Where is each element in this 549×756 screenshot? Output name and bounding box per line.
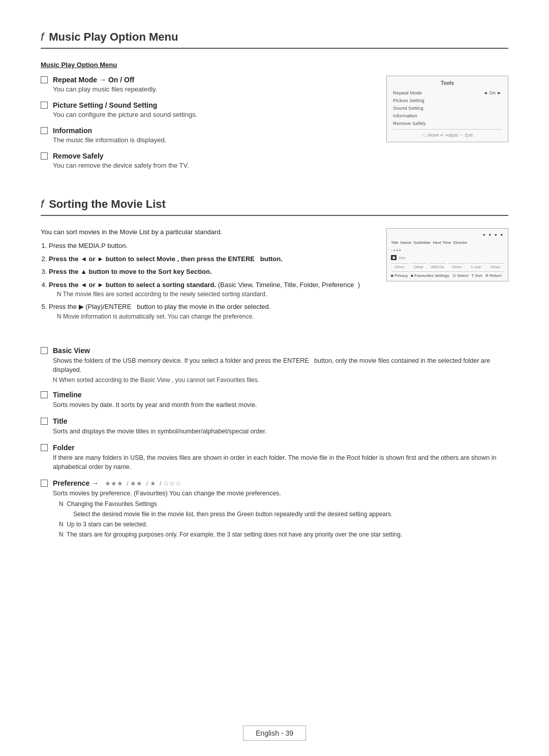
mp-btn-fav: ■ Favourites Settings xyxy=(411,273,449,278)
checkbox-folder xyxy=(41,444,48,451)
checkbox-remove xyxy=(41,152,48,160)
mp-col-subfolder: Subfolder xyxy=(413,240,431,245)
timeline-title: Timeline xyxy=(53,391,257,399)
bullet-timeline: Timeline Sorts movies by date. It sorts … xyxy=(41,391,508,410)
step-2: Press the ◄ or ► button to select Movie … xyxy=(49,254,371,264)
mp-grid: Other Other ABCDe Other 1-star Other xyxy=(391,263,504,269)
information-title: Information xyxy=(53,127,166,135)
repeat-mode-desc: You can play music files repeatedly. xyxy=(53,85,157,93)
information-desc: The music file information is displayed. xyxy=(53,136,166,144)
preference-content: Preference → ★★★ / ★★ / ★ / ☆☆☆ Sorts mo… xyxy=(53,479,402,539)
information-content: Information The music file information i… xyxy=(53,127,166,144)
panel-row-repeat: Repeat Mode ◄ On ► xyxy=(393,89,502,97)
bullet-repeat-mode: Repeat Mode → On / Off You can play musi… xyxy=(41,76,371,93)
panel-label-sound: Sound Setting xyxy=(393,105,423,111)
bullet-information: Information The music file information i… xyxy=(41,127,371,144)
mp-grid-abcde: ABCDe xyxy=(429,263,446,269)
section2-italic-f: f xyxy=(41,198,44,211)
pref-note-1-sub: Select the desired movie file in the mov… xyxy=(73,510,402,519)
section2-title: Sorting the Movie List xyxy=(49,198,166,211)
mp-btn-sort: T Sort xyxy=(471,273,482,278)
basic-view-note: When sorted according to the Basic View … xyxy=(53,376,508,384)
step-1: Press the MEDIA.P button. xyxy=(49,241,371,251)
preference-title: Preference → ★★★ / ★★ / ★ / ☆☆☆ xyxy=(53,479,402,487)
title-sort-desc: Sorts and displays the movie titles in s… xyxy=(53,427,266,436)
panel-label-picture: Picture Setting xyxy=(393,98,424,103)
basic-view-desc: Shows the folders of the USB memory devi… xyxy=(53,356,508,375)
checkbox-timeline xyxy=(41,391,48,398)
mp-grid-other2: Other xyxy=(410,263,428,269)
section1-right: Tools Repeat Mode ◄ On ► Picture Setting… xyxy=(386,76,508,177)
mp-bottom: ■ Privacy ■ Favourites Settings ⊙ Select… xyxy=(391,271,504,278)
tools-panel: Tools Repeat Mode ◄ On ► Picture Setting… xyxy=(386,76,508,142)
pref-note-2: N Up to 3 stars can be selected. xyxy=(59,520,402,529)
section1-heading: f Music Play Option Menu xyxy=(41,30,508,49)
section2-right: • • • • Title Name Subfolder Next Time D… xyxy=(386,228,508,331)
section2: f Sorting the Movie List You can sort mo… xyxy=(41,198,508,539)
checkbox-info xyxy=(41,127,48,134)
panel-row-info: Information xyxy=(393,112,502,119)
mp-col-name: Name xyxy=(401,240,411,245)
step4-note: The movie files are sorted according to … xyxy=(57,290,371,299)
remove-safely-content: Remove Safely You can remove the device … xyxy=(53,152,189,169)
sort-steps: Press the MEDIA.P button. Press the ◄ or… xyxy=(49,241,371,321)
step-4: Press the ◄ or ► button to select a sort… xyxy=(49,280,371,299)
picture-setting-content: Picture Setting / Sound Setting You can … xyxy=(53,101,197,118)
mp-row2: ■ info xyxy=(391,254,504,261)
movie-panel: • • • • Title Name Subfolder Next Time D… xyxy=(386,228,508,281)
section2-left: You can sort movies in the Movie List by… xyxy=(41,228,371,331)
mp-selected-item: ■ xyxy=(391,255,396,260)
panel-value-repeat: ◄ On ► xyxy=(483,90,502,96)
mp-grid-1star: 1-star xyxy=(468,263,485,269)
bullet-picture-setting: Picture Setting / Sound Setting You can … xyxy=(41,101,371,118)
section1-italic-f: f xyxy=(41,30,44,44)
mp-topbar: • • • • xyxy=(391,232,504,239)
bullet-title: Title Sorts and displays the movie title… xyxy=(41,417,508,436)
section2-content: You can sort movies in the Movie List by… xyxy=(41,228,508,331)
section1-left: Repeat Mode → On / Off You can play musi… xyxy=(41,76,371,177)
folder-title: Folder xyxy=(53,444,508,452)
remove-safely-desc: You can remove the device safely from th… xyxy=(53,162,189,169)
mp-btn-return: R Return xyxy=(485,273,502,278)
pref-stars: ★★★ / ★★ / ★ / ☆☆☆ xyxy=(103,480,181,487)
mp-grid-other1: Other xyxy=(391,263,408,269)
section1-title: Music Play Option Menu xyxy=(49,30,178,44)
panel-row-remove: Remove Safely xyxy=(393,119,502,127)
sort-intro: You can sort movies in the Movie List by… xyxy=(41,228,371,236)
title-sort-content: Title Sorts and displays the movie title… xyxy=(53,417,266,436)
mp-grid-other4: Other xyxy=(486,263,504,269)
picture-setting-desc: You can configure the picture and sound … xyxy=(53,111,197,118)
pref-note-1: N Changing the Favourites Settings xyxy=(59,499,402,509)
step5-note: Movie information is automatically set. … xyxy=(57,312,371,321)
mp-col-director: Director xyxy=(453,240,467,245)
mp-cols: Title Name Subfolder Next Time Director xyxy=(391,240,504,245)
section1-sublabel: Music Play Option Menu xyxy=(41,61,508,69)
bullet-remove-safely: Remove Safely You can remove the device … xyxy=(41,152,371,169)
folder-content: Folder If there are many folders in USB,… xyxy=(53,444,508,472)
pref-note-3: N The stars are for grouping purposes on… xyxy=(59,530,402,539)
mp-btn-privacy: ■ Privacy xyxy=(391,273,408,278)
bullet-preference: Preference → ★★★ / ★★ / ★ / ☆☆☆ Sorts mo… xyxy=(41,479,508,539)
mp-col-title: Title xyxy=(391,240,399,245)
panel-label-remove: Remove Safely xyxy=(393,120,425,126)
basic-view-content: Basic View Shows the folders of the USB … xyxy=(53,346,508,384)
pref-label: Preference → xyxy=(53,479,99,487)
panel-label-repeat: Repeat Mode xyxy=(393,90,422,96)
bullet-folder: Folder If there are many folders in USB,… xyxy=(41,444,508,472)
picture-setting-title: Picture Setting / Sound Setting xyxy=(53,101,197,109)
basic-view-title: Basic View xyxy=(53,346,508,355)
mp-btn-select: ⊙ Select xyxy=(452,273,468,278)
panel-row-sound: Sound Setting xyxy=(393,104,502,112)
panel-bottom: ↑↓ Move ↵ Adjust ← Exit xyxy=(393,133,502,138)
panel-row-picture: Picture Setting xyxy=(393,97,502,104)
remove-safely-title: Remove Safely xyxy=(53,152,189,160)
mp-grid-other3: Other xyxy=(448,263,466,269)
timeline-desc: Sorts movies by date. It sorts by year a… xyxy=(53,400,257,410)
mp-dots: • • • • xyxy=(483,232,504,239)
tools-panel-title: Tools xyxy=(393,80,502,86)
checkbox-basic xyxy=(41,347,48,354)
timeline-content: Timeline Sorts movies by date. It sorts … xyxy=(53,391,257,410)
mp-row1: : • • • xyxy=(391,247,504,254)
panel-label-info: Information xyxy=(393,113,417,118)
step-5: Press the ▶ (Play)/ENTERE button to play… xyxy=(49,302,371,321)
